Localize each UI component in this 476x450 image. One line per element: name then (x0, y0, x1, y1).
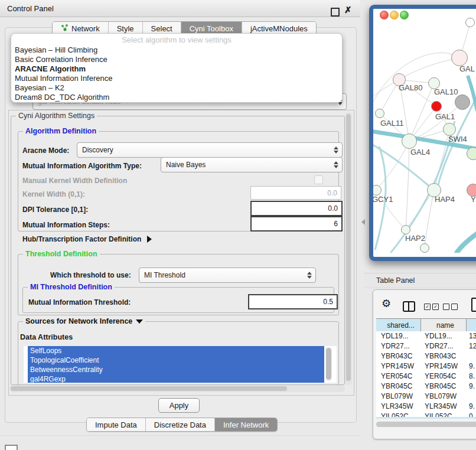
mi-steps-field[interactable]: 6 (250, 216, 343, 231)
table-cell: YER054C (376, 371, 421, 381)
panel-divider-handle[interactable] (361, 219, 365, 225)
aracne-mode-combo[interactable]: Discovery (77, 142, 343, 158)
mi-threshold-group-title: MI Threshold Definition (28, 283, 115, 291)
network-node[interactable] (467, 147, 476, 160)
tab-discretize-data[interactable]: Discretize Data (146, 418, 215, 431)
mi-type-combo[interactable]: Naive Bayes (161, 157, 343, 172)
attribute-item-topologicalcoefficient[interactable]: TopologicalCoefficient (28, 356, 324, 365)
data-attributes-list[interactable]: SelfLoopsTopologicalCoefficientBetweenne… (24, 346, 337, 383)
table-cell: YPR145W (421, 361, 467, 371)
table-row[interactable]: YPR145WYPR145W9. (376, 361, 476, 371)
table-cell: YER054C (421, 371, 467, 381)
node-label-gal10: GAL10 (434, 87, 458, 96)
node-label-gal1: GAL1 (435, 112, 455, 121)
gear-icon[interactable]: ⚙ (382, 298, 391, 309)
table-cell: YBR045C (421, 381, 467, 392)
which-threshold-combo[interactable]: MI Threshold (139, 268, 316, 283)
table-cell: 9. (467, 381, 476, 392)
algorithm-option-bayesian-hill-climbing[interactable]: Bayesian – Hill Climbing (15, 45, 97, 55)
table-cell: 8. (467, 371, 476, 381)
table-row[interactable]: YDR27...YDR27...12 (376, 341, 476, 351)
network-node[interactable] (455, 94, 470, 110)
float-panel-icon[interactable] (331, 8, 340, 17)
column-header-3[interactable]: A (467, 319, 476, 332)
manual-kernel-checkbox[interactable] (314, 175, 323, 184)
table-horizontal-scrollbar[interactable] (376, 421, 476, 428)
node-label-swi4: SWI4 (448, 135, 467, 144)
table-cell: YLR345W (421, 402, 467, 412)
algorithm-option-bayesian-k2[interactable]: Bayesian – K2 (15, 83, 64, 93)
dpi-tolerance-label: DPI Tolerance [0,1]: (22, 206, 88, 214)
network-node-gal4[interactable] (402, 133, 417, 149)
network-node[interactable] (431, 101, 442, 112)
algorithm-option-aracne-algorithm[interactable]: ARACNE Algorithm (15, 64, 86, 74)
table-cell: YBL079W (376, 392, 421, 402)
table-row[interactable]: YBL079WYBL079W (376, 392, 476, 402)
split-view-icon[interactable] (403, 301, 415, 312)
table-cell: YBR043C (376, 351, 421, 361)
select-all-columns-icon[interactable]: ✓✓ (424, 304, 439, 310)
tab-label: Network (71, 24, 100, 33)
table-row[interactable]: YDL19...YDL19...13 (376, 331, 476, 341)
apply-button[interactable]: Apply (158, 398, 200, 413)
hub-definition-row[interactable]: Hub/Transcription Factor Definition (22, 235, 152, 243)
network-view-window[interactable]: GALGAL80GAL10GAL1GAL11GAL4SWI4GCY1HAP4YH… (369, 5, 476, 261)
network-node-hap2[interactable] (401, 225, 410, 234)
aracne-mode-label: Aracne Mode: (22, 146, 69, 155)
combo-arrows-icon (334, 161, 338, 168)
algorithm-option-mutual-information-inference[interactable]: Mutual Information Inference (15, 74, 112, 83)
aracne-mode-value: Discovery (82, 146, 113, 154)
mi-threshold-field[interactable]: 0.5 (248, 294, 338, 309)
mi-type-label: Mutual Information Algorithm Type: (22, 162, 142, 170)
algorithm-option-basic-correlation-inference[interactable]: Basic Correlation Inference (15, 55, 107, 64)
network-node-gcy1[interactable] (371, 185, 382, 195)
window-close-button[interactable] (380, 11, 389, 19)
kernel-width-field[interactable]: 0.0 (250, 186, 341, 200)
window-zoom-button[interactable] (400, 11, 409, 19)
network-node[interactable] (420, 243, 429, 253)
table-cell: 9. (467, 402, 476, 412)
column-header-1[interactable]: shared... (376, 319, 421, 332)
hub-definition-label: Hub/Transcription Factor Definition (22, 235, 141, 243)
network-node-gal[interactable] (451, 50, 468, 66)
algorithm-dropdown-placeholder: Select algorithm to view settings (11, 35, 342, 44)
network-node[interactable] (465, 18, 475, 27)
window-minimize-button[interactable] (390, 11, 399, 19)
tab-label: Discretize Data (154, 420, 206, 429)
table-row[interactable]: YLR345WYLR345W9. (376, 402, 476, 412)
deselect-columns-icon[interactable] (443, 304, 458, 310)
network-node-gal1[interactable] (443, 123, 456, 136)
manual-kernel-label: Manual Kernel Width Definition (22, 177, 127, 185)
table-cell: 9. (467, 361, 476, 371)
column-header-2[interactable]: name (421, 319, 467, 332)
dpi-tolerance-field[interactable]: 0.0 (250, 201, 343, 216)
settings-vertical-scrollbar[interactable] (345, 112, 352, 385)
tab-infer-network[interactable]: Infer Network (215, 418, 277, 431)
table-cell: YDR27... (421, 341, 467, 351)
which-threshold-value: MI Threshold (144, 271, 185, 279)
tab-impute-data[interactable]: Impute Data (87, 418, 146, 431)
attribute-item-betweennesscentrality[interactable]: BetweennessCentrality (28, 365, 324, 374)
table-cell (467, 392, 476, 402)
algorithm-option-dream8-dc-tdc-algorithm[interactable]: Dream8 DC_TDC Algorithm (15, 93, 109, 102)
attributes-scrollbar[interactable] (325, 347, 332, 381)
mi-type-value: Naive Bayes (166, 161, 206, 169)
attribute-item-selfloops[interactable]: SelfLoops (28, 346, 324, 356)
tab-label: Select (151, 24, 172, 33)
collapse-arrow-icon[interactable] (147, 236, 152, 243)
table-row[interactable]: YER054CYER054C8. (376, 371, 476, 381)
minimized-panel-icon[interactable] (5, 445, 18, 450)
tab-label: Impute Data (95, 420, 137, 429)
document-icon[interactable] (471, 298, 476, 312)
control-panel-title: Control Panel (7, 4, 54, 13)
network-node[interactable] (375, 109, 384, 118)
kernel-width-label: Kernel Width (0,1): (22, 190, 85, 198)
table-row[interactable]: YBR045CYBR045C9. (376, 381, 476, 392)
settings-horizontal-scrollbar[interactable] (9, 385, 345, 392)
table-row[interactable]: YBR043CYBR043C (376, 351, 476, 361)
attribute-item-gal4rgexp[interactable]: gal4RGexp (28, 374, 324, 383)
table-panel-titlebar: Table Panel (364, 273, 476, 288)
threshold-definition-title: Threshold Definition (23, 250, 100, 258)
network-canvas[interactable]: GALGAL80GAL10GAL1GAL11GAL4SWI4GCY1HAP4YH… (373, 19, 476, 253)
sources-collapse-icon[interactable] (136, 319, 143, 324)
